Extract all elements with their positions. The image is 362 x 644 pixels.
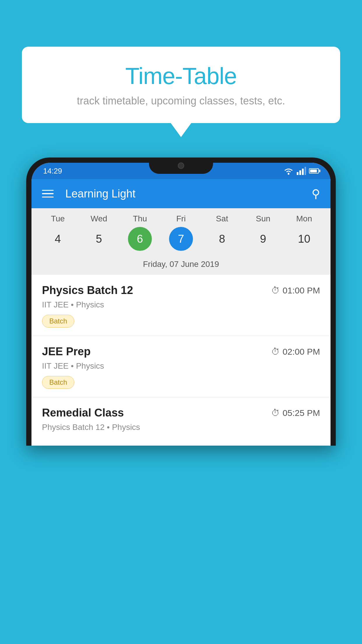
schedule-list: Physics Batch 12 ⏱ 01:00 PM IIT JEE • Ph… <box>31 275 331 446</box>
clock-icon-2: ⏱ <box>271 347 280 357</box>
item-2-time-text: 02:00 PM <box>283 347 320 357</box>
date-5[interactable]: 5 <box>87 227 111 251</box>
day-sat: Sat <box>205 214 240 223</box>
hamburger-icon[interactable] <box>42 190 54 198</box>
item-2-title: JEE Prep <box>42 345 91 358</box>
svg-rect-3 <box>302 169 304 175</box>
item-2-badge: Batch <box>42 376 74 389</box>
item-3-time: ⏱ 05:25 PM <box>271 408 320 418</box>
signal-icon <box>297 167 306 175</box>
day-headers: Tue Wed Thu Fri Sat Sun Mon <box>31 214 331 227</box>
clock-icon-1: ⏱ <box>271 286 280 295</box>
calendar-strip: Tue Wed Thu Fri Sat Sun Mon 4 5 6 7 8 9 … <box>31 208 331 275</box>
item-3-title: Remedial Class <box>42 407 124 419</box>
item-1-time: ⏱ 01:00 PM <box>271 286 320 295</box>
svg-rect-4 <box>305 167 306 175</box>
status-icons <box>283 167 319 175</box>
item-2-time: ⏱ 02:00 PM <box>271 347 320 357</box>
svg-rect-1 <box>297 172 298 175</box>
item-1-badge: Batch <box>42 315 74 328</box>
day-mon: Mon <box>287 214 321 223</box>
item-2-header: JEE Prep ⏱ 02:00 PM <box>42 345 320 358</box>
item-1-time-text: 01:00 PM <box>283 286 320 295</box>
item-3-meta: Physics Batch 12 • Physics <box>42 423 320 432</box>
day-tue: Tue <box>40 214 75 223</box>
svg-point-0 <box>288 173 289 175</box>
item-1-header: Physics Batch 12 ⏱ 01:00 PM <box>42 284 320 297</box>
item-3-header: Remedial Class ⏱ 05:25 PM <box>42 407 320 419</box>
item-1-title: Physics Batch 12 <box>42 284 133 297</box>
wifi-icon <box>283 167 294 175</box>
date-6-today[interactable]: 6 <box>128 227 152 251</box>
date-10[interactable]: 10 <box>292 227 316 251</box>
date-8[interactable]: 8 <box>210 227 234 251</box>
speech-bubble: Time-Table track timetable, upcoming cla… <box>22 47 340 123</box>
clock-icon-3: ⏱ <box>271 408 280 418</box>
search-icon[interactable]: ⚲ <box>312 187 320 200</box>
phone-notch <box>149 158 213 174</box>
day-wed: Wed <box>81 214 116 223</box>
battery-icon <box>309 168 319 174</box>
schedule-item-1[interactable]: Physics Batch 12 ⏱ 01:00 PM IIT JEE • Ph… <box>31 275 331 336</box>
date-7-selected[interactable]: 7 <box>169 227 193 251</box>
app-toolbar: Learning Light ⚲ <box>31 179 331 208</box>
day-thu: Thu <box>122 214 157 223</box>
bubble-subtitle: track timetable, upcoming classes, tests… <box>39 95 323 107</box>
item-1-meta: IIT JEE • Physics <box>42 300 320 309</box>
bubble-title: Time-Table <box>39 63 323 90</box>
date-4[interactable]: 4 <box>46 227 70 251</box>
item-2-meta: IIT JEE • Physics <box>42 361 320 371</box>
day-sun: Sun <box>246 214 281 223</box>
status-time: 14:29 <box>43 167 62 176</box>
schedule-item-2[interactable]: JEE Prep ⏱ 02:00 PM IIT JEE • Physics Ba… <box>31 336 331 397</box>
date-9[interactable]: 9 <box>251 227 275 251</box>
camera <box>178 162 184 169</box>
svg-rect-2 <box>299 170 301 175</box>
day-numbers: 4 5 6 7 8 9 10 <box>31 227 331 257</box>
phone-screen: 14:29 <box>31 163 331 446</box>
speech-bubble-container: Time-Table track timetable, upcoming cla… <box>22 47 340 123</box>
selected-date-label: Friday, 07 June 2019 <box>31 257 331 275</box>
phone-container: 14:29 <box>26 158 336 644</box>
schedule-item-3[interactable]: Remedial Class ⏱ 05:25 PM Physics Batch … <box>31 397 331 446</box>
item-3-time-text: 05:25 PM <box>283 408 320 418</box>
day-fri: Fri <box>164 214 198 223</box>
app-title: Learning Light <box>65 188 303 200</box>
phone-frame: 14:29 <box>26 158 336 446</box>
